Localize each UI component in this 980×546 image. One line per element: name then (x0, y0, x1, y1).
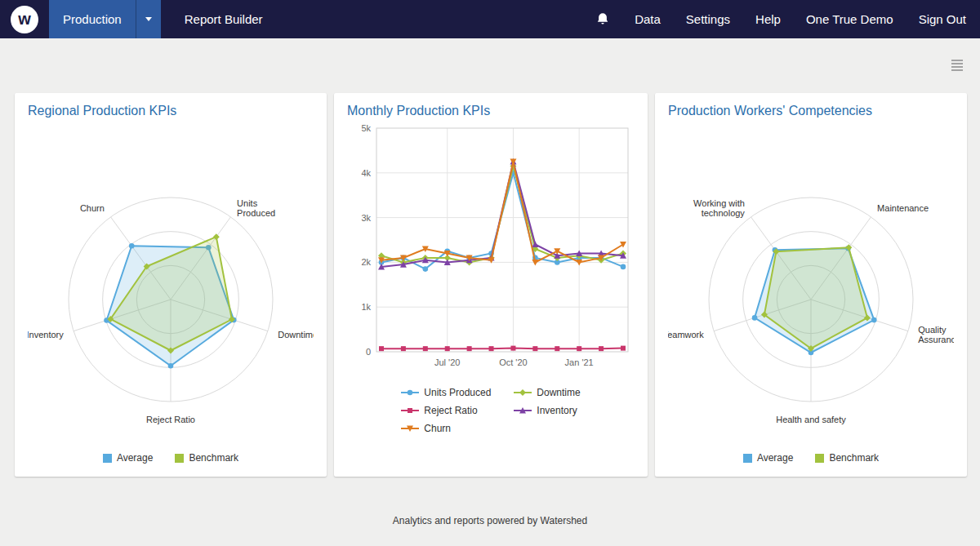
series-churn (381, 162, 623, 262)
y-tick-label: 0 (366, 347, 371, 357)
watershed-logo-wrap: w (0, 6, 49, 33)
line-chart: 01k2k3k4k5kJul '20Oct '20Jan '21 (347, 120, 635, 375)
card-regional-production-kpis: Regional Production KPIs ChurnUnitsProdu… (15, 93, 327, 477)
line-chart-monthly-container: 01k2k3k4k5kJul '20Oct '20Jan '21Units Pr… (347, 120, 635, 465)
dashboard-cards-row: Regional Production KPIs ChurnUnitsProdu… (15, 93, 965, 477)
axis-label-churn: Churn (80, 203, 105, 213)
y-tick-label: 1k (361, 302, 371, 312)
legend-symbol-reject-ratio (401, 406, 419, 415)
legend-item-churn[interactable]: Churn (401, 423, 491, 434)
series-units-produced (381, 173, 623, 269)
y-tick-label: 3k (361, 213, 371, 223)
axis-label-inventory: Inventory (28, 329, 64, 339)
axis-label-maintenance: Maintenance (877, 203, 929, 213)
legend-item-inventory[interactable]: Inventory (514, 405, 580, 416)
legend-label: Benchmark (829, 452, 879, 464)
nav-sign-out[interactable]: Sign Out (919, 12, 966, 26)
y-tick-label: 2k (361, 257, 371, 267)
legend-symbol-average (103, 454, 112, 463)
x-tick-label: Jul '20 (434, 357, 460, 367)
legend-symbol-benchmark (175, 454, 184, 463)
legend-symbol-benchmark (815, 454, 824, 463)
axis-label-health-and-safety: Health and safety (776, 415, 846, 424)
y-tick-label: 5k (361, 123, 371, 133)
x-tick-label: Jan '21 (565, 357, 594, 367)
chart-legend: AverageBenchmark (743, 452, 879, 465)
chart-legend: Units ProducedDowntimeReject RatioInvent… (347, 387, 635, 434)
legend-label: Churn (424, 423, 451, 434)
axis-label-working-with-technology: Working withtechnology (693, 198, 745, 218)
top-navbar: w Production Report Builder Data Setting… (0, 0, 980, 38)
watershed-logo[interactable]: w (11, 6, 38, 33)
card-title-regional: Regional Production KPIs (28, 104, 314, 118)
card-workers-competencies: Production Workers' Competencies Working… (655, 93, 967, 477)
legend-item-reject-ratio[interactable]: Reject Ratio (401, 405, 491, 416)
legend-symbol-churn (401, 424, 419, 433)
axis-label-reject-ratio: Reject Ratio (146, 415, 195, 424)
radar-chart: ChurnUnitsProducedDowntimeReject RatioIn… (28, 131, 314, 442)
legend-symbol-units-produced (401, 388, 419, 397)
notification-bell-icon[interactable] (596, 12, 609, 26)
legend-label: Average (117, 452, 153, 464)
series-reject-ratio (381, 348, 623, 349)
production-menu[interactable]: Production (49, 0, 161, 38)
axis-label-quality-assurance: QualityAssurance (918, 324, 954, 344)
card-monthly-production-kpis: Monthly Production KPIs 01k2k3k4k5kJul '… (334, 93, 648, 477)
legend-item-benchmark[interactable]: Benchmark (815, 452, 879, 464)
legend-label: Reject Ratio (424, 405, 477, 416)
legend-item-downtime[interactable]: Downtime (514, 387, 580, 398)
footer-text: Analytics and reports powered by Watersh… (15, 515, 965, 526)
radar-chart-regional-container: ChurnUnitsProducedDowntimeReject RatioIn… (28, 120, 314, 465)
card-title-monthly: Monthly Production KPIs (347, 104, 635, 118)
axis-label-downtime: Downtime (278, 329, 314, 339)
legend-symbol-inventory (514, 406, 532, 415)
legend-label: Inventory (537, 405, 577, 416)
legend-label: Downtime (537, 387, 580, 398)
production-menu-label: Production (49, 0, 136, 38)
legend-symbol-downtime (514, 388, 532, 397)
nav-help[interactable]: Help (755, 12, 781, 26)
list-view-icon[interactable] (951, 60, 963, 73)
legend-item-average[interactable]: Average (743, 452, 793, 464)
legend-symbol-average (743, 454, 752, 463)
legend-label: Benchmark (189, 452, 238, 464)
legend-label: Average (757, 452, 793, 464)
navbar-right: Data Settings Help One True Demo Sign Ou… (596, 12, 980, 26)
chart-legend: AverageBenchmark (103, 452, 238, 465)
nav-settings[interactable]: Settings (686, 12, 730, 26)
legend-label: Units Produced (424, 387, 491, 398)
card-title-competencies: Production Workers' Competencies (668, 104, 954, 118)
radar-chart: Working withtechnologyMaintenanceQuality… (668, 131, 954, 442)
nav-data[interactable]: Data (635, 12, 661, 26)
legend-item-benchmark[interactable]: Benchmark (175, 452, 238, 464)
nav-account[interactable]: One True Demo (806, 12, 893, 26)
y-tick-label: 4k (361, 168, 371, 178)
axis-label-units-produced: UnitsProduced (237, 198, 275, 218)
report-builder-link[interactable]: Report Builder (185, 12, 263, 26)
chevron-down-icon[interactable] (136, 0, 161, 38)
radar-chart-competencies-container: Working withtechnologyMaintenanceQuality… (668, 120, 954, 465)
legend-item-average[interactable]: Average (103, 452, 153, 464)
dashboard-content: Regional Production KPIs ChurnUnitsProdu… (0, 38, 980, 526)
legend-item-units-produced[interactable]: Units Produced (401, 387, 491, 398)
x-tick-label: Oct '20 (499, 357, 528, 367)
dashboard-toolbar (15, 60, 963, 73)
axis-label-teamwork: Teamwork (668, 329, 704, 339)
logo-letter: w (18, 10, 31, 29)
